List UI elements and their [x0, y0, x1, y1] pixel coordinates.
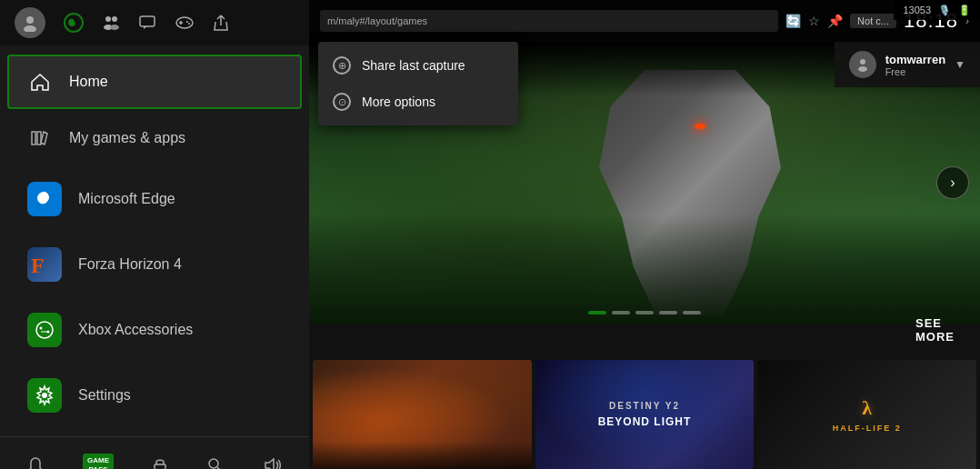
svg-point-3: [105, 16, 111, 22]
sidebar-item-xbox-accessories-label: Xbox Accessories: [78, 322, 193, 338]
sidebar-bottom: GAMEPASS: [0, 436, 309, 469]
svg-point-25: [860, 59, 865, 65]
sidebar-item-forza[interactable]: F Forza Horizon 4: [7, 233, 302, 296]
battery-icon: 🔋: [958, 5, 971, 16]
svg-point-6: [110, 25, 119, 30]
hero-dots: [588, 311, 701, 314]
refresh-icon[interactable]: 🔄: [785, 14, 801, 28]
sidebar-item-edge[interactable]: Microsoft Edge: [7, 167, 302, 231]
svg-point-18: [40, 327, 43, 330]
hero-dot-5[interactable]: [683, 311, 701, 314]
bottom-tiles: DESTINY Y2 BEYOND LIGHT λ HALF-LIFE 2: [309, 360, 980, 469]
svg-point-26: [858, 66, 867, 72]
sidebar-item-home-label: Home: [69, 74, 108, 90]
svg-text:F: F: [31, 254, 45, 277]
tile-3[interactable]: λ HALF-LIFE 2: [757, 360, 976, 469]
svg-point-20: [42, 393, 47, 398]
forza-icon: F: [27, 247, 62, 282]
more-options-icon: ⊙: [333, 93, 351, 111]
sidebar-item-xbox-accessories[interactable]: Xbox Accessories: [7, 298, 302, 362]
sidebar-nav: Home My games & apps Microsoft Edge F Fo…: [0, 45, 309, 436]
sidebar-item-my-games-label: My games & apps: [69, 130, 185, 146]
gamepass-button[interactable]: GAMEPASS: [74, 448, 123, 469]
half-life-logo: λ: [862, 396, 872, 420]
sidebar-item-settings-label: Settings: [78, 387, 131, 404]
url-bar[interactable]: m/maly#/layout/games: [320, 10, 778, 32]
topbar-icons: 🔄 ☆ 📌: [785, 14, 843, 28]
more-options-label: More options: [362, 95, 435, 109]
url-text: m/maly#/layout/games: [327, 15, 427, 26]
svg-point-11: [186, 21, 188, 23]
search-button[interactable]: [197, 451, 234, 469]
status-bar: 13053 🎙️ 🔋: [894, 0, 980, 20]
sidebar-item-settings[interactable]: Settings: [7, 364, 302, 427]
notifications-button[interactable]: [17, 451, 54, 469]
svg-point-12: [188, 23, 190, 25]
topbar: m/maly#/layout/games 🔄 ☆ 📌 Not c... 18:1…: [309, 0, 980, 42]
svg-point-23: [209, 459, 218, 468]
edge-icon: [27, 182, 62, 216]
context-menu: ⊕ Share last capture ⊙ More options: [318, 42, 518, 125]
tile-1[interactable]: [313, 360, 532, 469]
chat-icon[interactable]: [138, 15, 156, 31]
hero-dot-1[interactable]: [588, 311, 606, 314]
avatar[interactable]: [15, 7, 45, 38]
user-chevron-icon[interactable]: ▼: [955, 58, 965, 71]
star-icon[interactable]: ☆: [808, 14, 820, 28]
library-icon: [27, 125, 53, 151]
tile-2-line2: BEYOND LIGHT: [598, 415, 692, 428]
sidebar-item-home[interactable]: Home: [7, 55, 302, 109]
svg-point-17: [36, 322, 53, 338]
tile-2[interactable]: DESTINY Y2 BEYOND LIGHT: [535, 360, 755, 469]
home-icon: [27, 69, 53, 95]
xbox-acc-icon: [27, 313, 62, 347]
points-display: 13053: [903, 5, 931, 15]
share-capture-icon: ⊕: [333, 56, 351, 75]
svg-point-4: [112, 16, 117, 22]
sidebar-item-my-games[interactable]: My games & apps: [7, 111, 302, 165]
share-capture-item[interactable]: ⊕ Share last capture: [318, 47, 518, 84]
share-capture-label: Share last capture: [362, 58, 465, 73]
pin-icon[interactable]: 📌: [827, 14, 843, 28]
username: tomwarren: [885, 53, 945, 66]
sidebar-item-edge-label: Microsoft Edge: [78, 191, 175, 207]
svg-rect-7: [140, 16, 155, 26]
hero-gradient-bottom: [309, 215, 980, 324]
svg-rect-13: [32, 132, 35, 145]
hero-next-icon: ›: [950, 175, 955, 191]
user-panel: tomwarren Free ▼: [835, 42, 980, 87]
hero-dot-4[interactable]: [659, 311, 677, 314]
user-info: tomwarren Free: [885, 53, 945, 77]
more-options-item[interactable]: ⊙ More options: [318, 84, 518, 120]
user-avatar: [849, 51, 876, 78]
sidebar: Home My games & apps Microsoft Edge F Fo…: [0, 0, 309, 469]
mic-icon: 🎙️: [938, 5, 951, 16]
volume-button[interactable]: [254, 452, 292, 469]
tile-2-line1: DESTINY Y2: [609, 401, 680, 412]
xbox-logo-icon[interactable]: [64, 13, 84, 33]
sidebar-top: [0, 0, 309, 45]
account-tier: Free: [885, 66, 945, 77]
tile-3-label: HALF-LIFE 2: [833, 424, 902, 433]
lock-button[interactable]: [143, 451, 177, 469]
people-icon[interactable]: [102, 15, 120, 31]
svg-point-1: [24, 25, 36, 32]
main-content: m/maly#/layout/games 🔄 ☆ 📌 Not c... 18:1…: [309, 0, 980, 469]
svg-rect-22: [155, 464, 165, 469]
share-icon[interactable]: [213, 14, 229, 32]
not-pill[interactable]: Not c...: [850, 14, 896, 28]
see-more-button[interactable]: SEE MORE: [915, 316, 955, 344]
hero-next-button[interactable]: ›: [936, 166, 969, 199]
sidebar-item-forza-label: Forza Horizon 4: [78, 256, 182, 273]
hero-dot-3[interactable]: [635, 311, 654, 314]
svg-point-8: [176, 17, 193, 28]
settings-icon: [27, 378, 62, 413]
svg-point-0: [26, 16, 34, 24]
hero-dot-2[interactable]: [612, 311, 630, 314]
controller-icon[interactable]: [175, 15, 195, 30]
